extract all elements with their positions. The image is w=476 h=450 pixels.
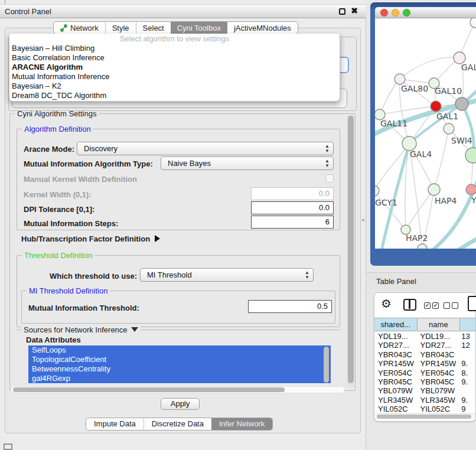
table-horizontal-scrollbar <box>375 413 475 419</box>
sources-toggle[interactable]: Sources for Network Inference <box>21 325 141 334</box>
tab-label: Select <box>143 24 164 32</box>
table-cell: YBL079W <box>417 386 460 395</box>
settings-horizontal-scrollbar-thumb[interactable] <box>13 387 285 392</box>
table-row-ypr145w[interactable]: YPR145WYPR145W9. <box>374 359 475 368</box>
tab-jactivemnodules[interactable]: jActiveMNodules <box>227 22 298 34</box>
table-cell: 8. <box>459 369 475 377</box>
table-cell: YLR345W <box>374 396 417 405</box>
network-node[interactable] <box>470 18 476 28</box>
tab-impute-data[interactable]: Impute Data <box>86 418 144 430</box>
network-node-swi4[interactable] <box>444 123 454 134</box>
hub-definition-toggle[interactable]: Hub/Transcription Factor Definition <box>21 234 160 243</box>
mi-threshold-label: Mutual Information Threshold: <box>28 304 139 312</box>
aracne-mode-combo[interactable]: Discovery ▲▼ <box>77 142 334 155</box>
column-header-name[interactable]: name <box>417 318 460 331</box>
deselect-all-checkboxes-icon[interactable] <box>444 302 458 309</box>
manual-kernel-width-checkbox[interactable] <box>325 174 334 182</box>
settings-vertical-scrollbar <box>347 115 355 387</box>
network-node-gal80[interactable] <box>395 74 405 84</box>
network-node-hap4[interactable] <box>428 184 440 195</box>
table-row-ybl079w[interactable]: YBL079WYBL079W <box>374 386 475 395</box>
network-node-y[interactable] <box>466 184 476 195</box>
attribute-item-topologicalcoefficient[interactable]: TopologicalCoefficient <box>28 355 331 364</box>
aracne-mode-label: Aracne Mode: <box>24 145 74 154</box>
zoom-window-icon[interactable] <box>403 9 410 17</box>
network-node-gcy1[interactable] <box>375 185 379 196</box>
network-node-gal[interactable] <box>454 52 465 64</box>
aracne-mode-value: Discovery <box>84 144 118 153</box>
algorithm-definition-title: Algorithm Definition <box>22 125 93 133</box>
network-node-gal1[interactable] <box>431 101 441 112</box>
algorithm-option-bayesian-k2[interactable]: Bayesian – K2 <box>9 81 340 91</box>
table-cell: YIL052C <box>374 405 417 413</box>
column-header-2[interactable] <box>459 318 475 331</box>
table-cell: YBR045C <box>417 377 460 386</box>
stepper-icon: ▲▼ <box>325 144 330 154</box>
stepper-icon: ▲▼ <box>325 159 330 168</box>
split-columns-icon[interactable] <box>403 299 416 311</box>
node-label-y: Y <box>471 195 476 205</box>
table-row-ybr045c[interactable]: YBR045CYBR045C9. <box>374 377 475 386</box>
column-header-shared[interactable]: shared... <box>374 318 417 331</box>
table-panel-bar: Table Panel <box>366 272 476 289</box>
algorithm-option-basic-correlation-inference[interactable]: Basic Correlation Inference <box>9 53 340 63</box>
tab-select[interactable]: Select <box>136 22 171 34</box>
float-panel-icon[interactable] <box>339 8 345 15</box>
table-row-ydr27[interactable]: YDR27...YDR27...12 <box>374 341 475 350</box>
algorithm-option-dream8-dc-tdc-algorithm[interactable]: Dream8 DC_TDC Algorithm <box>9 91 340 100</box>
attribute-item-gal4rgexp[interactable]: gal4RGexp <box>28 374 331 383</box>
table-rows: YDL19...YDL19...13YDR27...YDR27...12YBR0… <box>374 332 475 414</box>
select-all-checkboxes-icon[interactable]: ✓✓ <box>424 302 439 309</box>
node-label-gal80: GAL80 <box>401 84 428 93</box>
table-row-ydl19[interactable]: YDL19...YDL19...13 <box>374 332 475 341</box>
tab-cyni-toolbox[interactable]: Cyni Toolbox <box>171 22 227 34</box>
table-row-ylr345w[interactable]: YLR345WYLR345W9. <box>374 396 475 405</box>
close-window-icon[interactable] <box>380 9 388 17</box>
screen: Control Panel ✖ NetworkStyleSelectCyni T… <box>0 0 476 450</box>
node-label-gcy1: GCY1 <box>375 198 397 207</box>
network-node[interactable] <box>465 148 476 163</box>
algorithm-option-mutual-information-inference[interactable]: Mutual Information Inference <box>9 72 340 81</box>
minimized-panel-icon[interactable] <box>4 444 12 450</box>
network-canvas[interactable]: GALGAL80GAL10GAL1GAL11SWI4GAL4GCY1HAP4YH… <box>375 18 476 249</box>
panel-divider-arrow-icon[interactable]: ◂ <box>361 217 364 223</box>
table-cell: YBR043C <box>374 350 417 359</box>
mi-algorithm-type-value: Naive Bayes <box>168 159 211 168</box>
which-threshold-combo[interactable]: MI Threshold ▲▼ <box>140 268 314 282</box>
tab-style[interactable]: Style <box>105 22 136 34</box>
tab-network[interactable]: Network <box>54 22 105 34</box>
table-row-yil052c[interactable]: YIL052CYIL052C9 <box>374 405 475 413</box>
table-cell: YPR145W <box>417 359 460 368</box>
table-horizontal-scrollbar-thumb[interactable] <box>377 415 471 419</box>
tab-infer-network[interactable]: Infer Network <box>211 418 272 430</box>
minimize-window-icon[interactable] <box>392 9 399 17</box>
table-cell: 9. <box>459 359 475 368</box>
network-node-gal4[interactable] <box>402 136 416 151</box>
control-panel: Control Panel ✖ NetworkStyleSelectCyni T… <box>0 0 366 450</box>
dpi-tolerance-field[interactable]: 0.0 <box>251 201 334 214</box>
settings-vertical-scrollbar-thumb[interactable] <box>348 116 354 383</box>
network-node[interactable] <box>455 97 468 110</box>
close-panel-icon[interactable]: ✖ <box>350 6 359 17</box>
attribute-item-betweennesscentrality[interactable]: BetweennessCentrality <box>28 364 331 374</box>
node-label-hap4: HAP4 <box>435 196 457 206</box>
algorithm-option-bayesian-hill-climbing[interactable]: Bayesian – Hill Climbing <box>9 44 340 53</box>
mi-steps-field[interactable]: 6 <box>251 216 334 229</box>
tab-label: jActiveMNodules <box>234 24 291 32</box>
table-row-ybr043c[interactable]: YBR043CYBR043C <box>374 350 475 359</box>
algorithm-option-aracne-algorithm[interactable]: ARACNE Algorithm <box>9 63 340 72</box>
mi-threshold-field[interactable]: 0.5 <box>248 300 332 313</box>
gear-icon[interactable]: ⚙ <box>381 296 392 311</box>
attribute-item-selfloops[interactable]: SelfLoops <box>28 345 331 355</box>
kernel-width-field[interactable]: 0.0 <box>251 187 334 200</box>
network-window-titlebar[interactable] <box>375 7 476 18</box>
attributes-list-scrollbar[interactable] <box>324 347 329 383</box>
table-cell: YER054C <box>374 369 417 377</box>
control-panel-titlebar: Control Panel ✖ <box>0 4 366 18</box>
document-icon[interactable] <box>468 296 476 311</box>
table-row-yer054c[interactable]: YER054CYER054C8. <box>374 369 475 377</box>
tab-discretize-data[interactable]: Discretize Data <box>144 418 211 430</box>
apply-button[interactable]: Apply <box>161 398 200 410</box>
mi-algorithm-type-combo[interactable]: Naive Bayes ▲▼ <box>161 156 334 170</box>
network-node[interactable] <box>418 244 427 249</box>
